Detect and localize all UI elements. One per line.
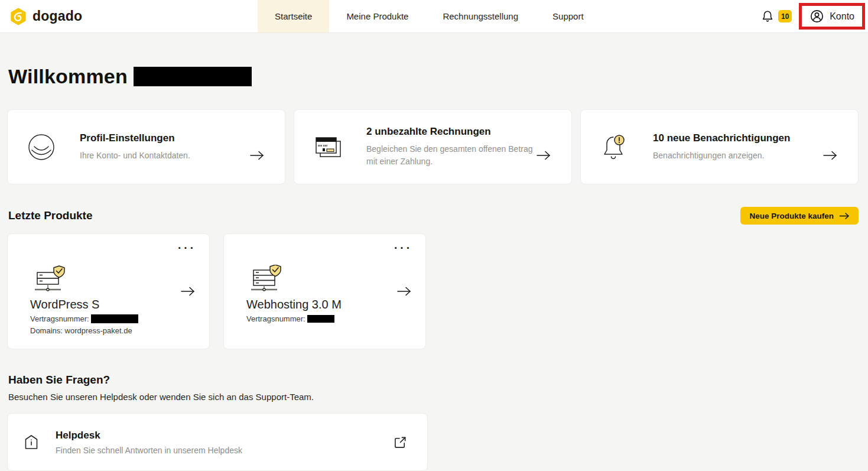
support-section-title: Haben Sie Fragen?: [8, 373, 859, 386]
arrow-right-icon: [839, 212, 850, 220]
arrow-right-icon: [180, 286, 196, 297]
smiley-face-icon: [28, 134, 61, 161]
products-row: ··· WordPress S Vertragsnummer:: [7, 233, 859, 349]
quick-cards-row: Profil-Einstellungen Ihre Konto- und Kon…: [7, 109, 859, 184]
redacted-contract-number: [307, 315, 334, 323]
bell-alert-icon: [601, 134, 634, 161]
product-title: WordPress S: [30, 298, 195, 311]
buy-new-products-button[interactable]: Neue Produkte kaufen: [740, 207, 859, 225]
contract-number-line: Vertragsnummer:: [246, 314, 411, 323]
contract-number-line: Vertragsnummer:: [30, 314, 195, 323]
top-navigation-bar: dogado Startseite Meine Produkte Rechnun…: [0, 0, 868, 33]
card-subtitle: Ihre Konto- und Kontaktdaten.: [80, 150, 249, 162]
dogado-logo[interactable]: dogado: [9, 8, 82, 25]
konto-button-label: Konto: [830, 11, 854, 22]
logo-wordmark: dogado: [32, 8, 82, 24]
card-subtitle: Begleichen Sie den gesamten offenen Betr…: [366, 143, 536, 168]
main-content: Willkommen Profil-Einstellungen Ihre Kon…: [0, 65, 868, 471]
helpdesk-text: Helpdesk Finden Sie schnell Antworten in…: [38, 430, 242, 455]
profile-settings-card[interactable]: Profil-Einstellungen Ihre Konto- und Kon…: [7, 109, 285, 184]
product-card-webhosting[interactable]: ··· Webhosting 3.0 M: [223, 233, 426, 349]
redacted-contract-number: [91, 314, 138, 323]
redacted-customer-name: [134, 67, 252, 86]
buy-button-label: Neue Produkte kaufen: [749, 212, 834, 220]
dogado-hexagon-icon: [9, 8, 27, 25]
card-title: Profil-Einstellungen: [80, 132, 249, 144]
domains-line: Domains: wordpress-paket.de: [30, 326, 195, 335]
konto-button-highlight-annotation[interactable]: Konto: [799, 3, 865, 30]
arrow-right-icon: [249, 150, 265, 161]
card-text: Profil-Einstellungen Ihre Konto- und Kon…: [61, 132, 249, 162]
main-nav: Startseite Meine Produkte Rechnungsstell…: [258, 0, 601, 33]
external-link-icon: [394, 436, 407, 449]
helpdesk-card[interactable]: Helpdesk Finden Sie schnell Antworten in…: [7, 413, 428, 471]
header-right-area: 10 Konto: [760, 3, 865, 30]
product-title: Webhosting 3.0 M: [246, 298, 411, 311]
arrow-right-icon: [536, 150, 551, 161]
support-section-subtitle: Besuchen Sie unseren Helpdesk oder wende…: [8, 392, 859, 402]
server-shield-icon: [30, 265, 195, 294]
product-card-wordpress[interactable]: ··· WordPress S Vertragsnummer:: [7, 233, 210, 349]
welcome-heading: Willkommen: [8, 65, 859, 88]
user-account-icon: [810, 9, 824, 24]
helpdesk-subtitle: Finden Sie schnell Antworten in unserem …: [56, 446, 242, 455]
card-subtitle: Benachrichtigungen anzeigen.: [653, 150, 823, 162]
products-section-title: Letzte Produkte: [8, 209, 93, 222]
card-title: 2 unbezahlte Rechnungen: [366, 126, 536, 138]
card-text: 10 neue Benachrichtigungen Benachrichtig…: [634, 132, 823, 162]
notifications-button[interactable]: 10: [760, 9, 792, 24]
card-title: 10 neue Benachrichtigungen: [653, 132, 823, 144]
nav-item-startseite[interactable]: Startseite: [258, 0, 329, 33]
bell-icon: [760, 9, 775, 24]
server-shield-icon: [246, 265, 411, 294]
more-options-icon[interactable]: ···: [394, 242, 412, 254]
card-text: 2 unbezahlte Rechnungen Begleichen Sie d…: [347, 126, 536, 168]
helpdesk-info-icon: [24, 434, 38, 450]
notification-count-badge: 10: [778, 10, 792, 22]
arrow-right-icon: [396, 286, 412, 297]
new-notifications-card[interactable]: 10 neue Benachrichtigungen Benachrichtig…: [580, 109, 859, 184]
arrow-right-icon: [823, 150, 838, 161]
contract-label: Vertragsnummer:: [30, 314, 89, 323]
helpdesk-title: Helpdesk: [56, 430, 242, 441]
invoice-icon: [314, 135, 347, 160]
page-title: Willkommen: [8, 65, 128, 88]
contract-label: Vertragsnummer:: [246, 314, 305, 323]
unpaid-invoices-card[interactable]: 2 unbezahlte Rechnungen Begleichen Sie d…: [294, 109, 572, 184]
nav-item-meine-produkte[interactable]: Meine Produkte: [329, 0, 425, 33]
nav-item-support[interactable]: Support: [535, 0, 601, 33]
more-options-icon[interactable]: ···: [178, 242, 196, 254]
nav-item-rechnungsstellung[interactable]: Rechnungsstellung: [425, 0, 535, 33]
products-section-header: Letzte Produkte Neue Produkte kaufen: [7, 207, 859, 225]
